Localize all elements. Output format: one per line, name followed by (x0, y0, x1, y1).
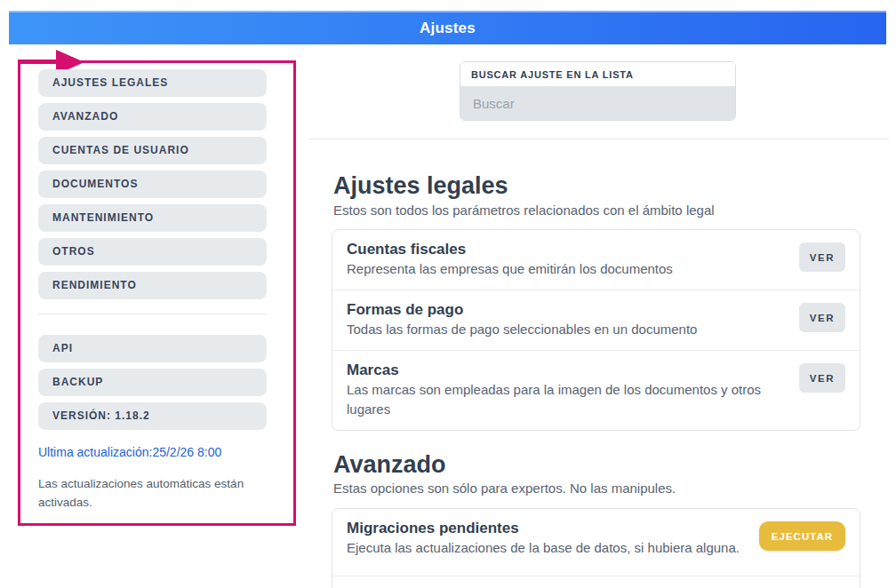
section-subtitle-avanzado: Estas opciones son sólo para expertos. N… (333, 481, 676, 496)
sidebar-item-api[interactable]: API (38, 335, 267, 362)
settings-sidebar: AJUSTES LEGALES AVANZADO CUENTAS DE USUA… (38, 69, 267, 512)
advanced-settings-card: Migraciones pendientes Ejecuta las actua… (332, 508, 860, 588)
sidebar-item-otros[interactable]: OTROS (38, 238, 267, 266)
item-description: Las marcas son empleadas para la imagen … (347, 380, 764, 419)
annotation-arrow-tail (18, 60, 64, 64)
ver-button-marcas[interactable]: VER (799, 363, 845, 393)
item-title: Migraciones pendientes (347, 518, 740, 538)
ejecutar-button-migraciones[interactable]: EJECUTAR (759, 521, 845, 551)
sidebar-item-rendimiento[interactable]: RENDIMIENTO (38, 272, 267, 299)
item-title: Marcas (347, 360, 764, 380)
list-item-cuentas-fiscales: Cuentas fiscales Representa las empresas… (332, 230, 860, 290)
ver-button-formas-de-pago[interactable]: VER (799, 303, 845, 332)
item-title: Formas de pago (347, 299, 697, 320)
item-description: Ejecuta las actualizaciones de la base d… (347, 538, 740, 558)
ver-button-cuentas-fiscales[interactable]: VER (799, 242, 845, 272)
list-item-marcas: Marcas Las marcas son empleadas para la … (332, 350, 860, 430)
item-description: Representa las empresas que emitirán los… (347, 259, 673, 279)
list-item-formas-de-pago: Formas de pago Todas las formas de pago … (332, 290, 860, 350)
search-input[interactable] (460, 87, 735, 120)
sidebar-item-ajustes-legales[interactable]: AJUSTES LEGALES (38, 69, 267, 97)
sidebar-divider (38, 314, 267, 314)
sidebar-item-avanzado[interactable]: AVANZADO (38, 103, 267, 131)
app-header: Ajustes (9, 11, 886, 44)
sidebar-item-backup[interactable]: BACKUP (38, 369, 267, 396)
sidebar-item-version[interactable]: VERSIÓN: 1.18.2 (38, 402, 267, 430)
section-subtitle-ajustes-legales: Estos son todos los parámetros relaciona… (333, 203, 715, 218)
legal-settings-card: Cuentas fiscales Representa las empresas… (332, 229, 860, 431)
page-title: Ajustes (420, 20, 476, 37)
search-label: BUSCAR AJUSTE EN LA LISTA (460, 62, 735, 87)
sidebar-item-cuentas-de-usuario[interactable]: CUENTAS DE USUARIO (38, 137, 267, 164)
sidebar-item-mantenimiento[interactable]: MANTENIMIENTO (38, 204, 267, 232)
last-update-link[interactable]: Ultima actualización:25/2/26 8:00 (38, 445, 221, 459)
card-row-divider (332, 576, 860, 588)
auto-update-note: Las actualizaciones automáticas están ac… (38, 474, 260, 512)
item-description: Todas las formas de pago seleccionables … (347, 320, 697, 339)
section-title-avanzado: Avanzado (333, 451, 446, 479)
section-title-ajustes-legales: Ajustes legales (333, 172, 508, 200)
sidebar-item-documentos[interactable]: DOCUMENTOS (38, 171, 267, 198)
search-settings-card: BUSCAR AJUSTE EN LA LISTA (460, 61, 736, 121)
item-title: Cuentas fiscales (347, 239, 673, 259)
list-item-migraciones-pendientes: Migraciones pendientes Ejecuta las actua… (332, 509, 860, 568)
content-divider (308, 139, 889, 139)
